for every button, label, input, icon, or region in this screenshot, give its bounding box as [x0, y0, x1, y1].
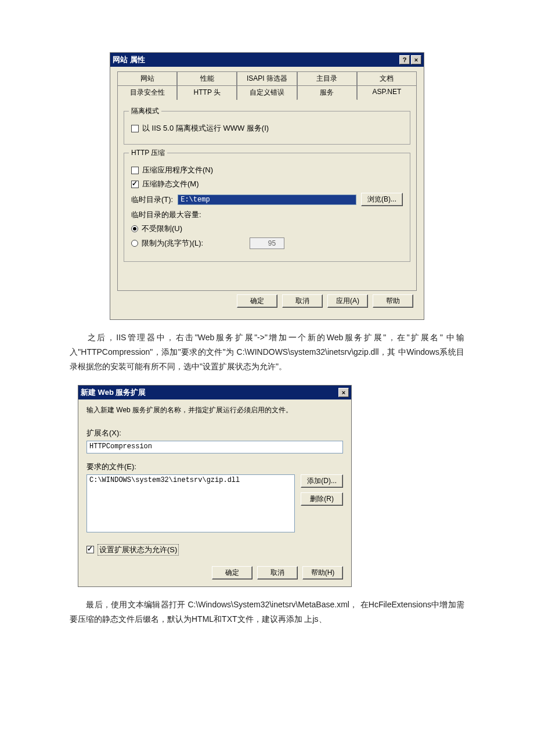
- limited-radio[interactable]: [131, 240, 138, 247]
- close-icon[interactable]: ×: [338, 388, 349, 397]
- help-icon[interactable]: ?: [399, 55, 410, 64]
- tab-httpheaders[interactable]: HTTP 头: [177, 85, 237, 100]
- paragraph-1-text: 之后，IIS管理器中，右击"Web服务扩展"->"增加一个新的Web服务扩展"，…: [70, 333, 464, 371]
- dialog-title: 新建 Web 服务扩展: [81, 387, 337, 398]
- ok-button[interactable]: 确定: [237, 294, 277, 308]
- paragraph-2: 最后，使用文本编辑器打开 C:\Windows\System32\inetsrv…: [70, 597, 464, 627]
- new-web-extension-dialog: 新建 Web 服务扩展 × 输入新建 Web 服务扩展的名称，并指定扩展运行必须…: [78, 385, 352, 587]
- paragraph-1: 之后，IIS管理器中，右击"Web服务扩展"->"增加一个新的Web服务扩展"，…: [70, 330, 464, 375]
- required-files-listbox[interactable]: C:\WINDOWS\system32\inetsrv\gzip.dll: [86, 474, 295, 532]
- compress-static-checkbox[interactable]: [131, 181, 139, 188]
- tab-aspnet[interactable]: ASP.NET: [357, 85, 417, 100]
- tab-isapi[interactable]: ISAPI 筛选器: [237, 71, 297, 85]
- group-title: HTTP 压缩: [129, 148, 167, 158]
- cancel-button[interactable]: 取消: [282, 294, 323, 308]
- allow-status-checkbox[interactable]: [86, 546, 94, 553]
- required-files-label: 要求的文件(E):: [86, 462, 343, 472]
- isolation-label: 以 IIS 5.0 隔离模式运行 WWW 服务(I): [142, 123, 269, 134]
- limited-label: 限制为(兆字节)(L):: [142, 238, 203, 249]
- limit-value-input[interactable]: 95: [250, 237, 284, 249]
- unlimited-label: 不受限制(U): [142, 224, 182, 234]
- help-button[interactable]: 帮助(H): [302, 566, 343, 579]
- isolation-checkbox[interactable]: [131, 125, 139, 132]
- tab-website[interactable]: 网站: [117, 71, 177, 85]
- tempdir-label: 临时目录(T):: [131, 195, 173, 205]
- titlebar[interactable]: 新建 Web 服务扩展 ×: [78, 386, 351, 399]
- maxsize-label: 临时目录的最大容量:: [131, 210, 201, 220]
- group-title: 隔离模式: [129, 106, 161, 116]
- add-button[interactable]: 添加(D)...: [301, 474, 343, 488]
- close-icon[interactable]: ×: [411, 55, 421, 64]
- tab-dirsecurity[interactable]: 目录安全性: [117, 85, 177, 100]
- compress-app-label: 压缩应用程序文件(N): [142, 165, 213, 175]
- tab-panel-service: 隔离模式 以 IIS 5.0 隔离模式运行 WWW 服务(I) HTTP 压缩 …: [117, 99, 417, 291]
- cancel-button[interactable]: 取消: [257, 566, 298, 579]
- dialog-title: 网站 属性: [113, 55, 398, 65]
- instruction-text: 输入新建 Web 服务扩展的名称，并指定扩展运行必须启用的文件。: [86, 405, 343, 415]
- browse-button[interactable]: 浏览(B)...: [361, 193, 403, 206]
- group-http-compress: HTTP 压缩 压缩应用程序文件(N) 压缩静态文件(M) 临时目录(T): E…: [124, 153, 410, 262]
- tab-performance[interactable]: 性能: [177, 71, 237, 85]
- website-properties-dialog: 网站 属性 ? × 网站 性能 ISAPI 筛选器 主目录 文档 目录安全性 H…: [110, 52, 424, 320]
- extension-name-label: 扩展名(X):: [86, 428, 343, 438]
- tab-documents[interactable]: 文档: [357, 71, 417, 85]
- compress-static-label: 压缩静态文件(M): [142, 179, 199, 189]
- tempdir-input[interactable]: E:\temp: [178, 195, 356, 205]
- group-isolation: 隔离模式 以 IIS 5.0 隔离模式运行 WWW 服务(I): [124, 111, 410, 145]
- paragraph-2-text: 最后，使用文本编辑器打开 C:\Windows\System32\inetsrv…: [70, 600, 464, 624]
- apply-button[interactable]: 应用(A): [327, 294, 368, 308]
- tab-strip: 网站 性能 ISAPI 筛选器 主目录 文档 目录安全性 HTTP 头 自定义错…: [117, 71, 417, 100]
- unlimited-radio[interactable]: [131, 225, 138, 232]
- dialog-buttons: 确定 取消 帮助(H): [86, 566, 343, 579]
- remove-button[interactable]: 删除(R): [301, 492, 343, 506]
- file-item[interactable]: C:\WINDOWS\system32\inetsrv\gzip.dll: [89, 476, 292, 484]
- extension-name-input[interactable]: HTTPCompression: [86, 441, 343, 453]
- tab-homedir[interactable]: 主目录: [297, 71, 357, 85]
- tab-service[interactable]: 服务: [297, 85, 357, 100]
- titlebar[interactable]: 网站 属性 ? ×: [110, 53, 424, 67]
- compress-app-checkbox[interactable]: [131, 167, 139, 174]
- tab-customerrors[interactable]: 自定义错误: [237, 85, 297, 100]
- ok-button[interactable]: 确定: [212, 566, 252, 579]
- allow-status-label: 设置扩展状态为允许(S): [98, 544, 179, 556]
- dialog-buttons: 确定 取消 应用(A) 帮助: [117, 291, 417, 314]
- help-button[interactable]: 帮助: [373, 294, 413, 308]
